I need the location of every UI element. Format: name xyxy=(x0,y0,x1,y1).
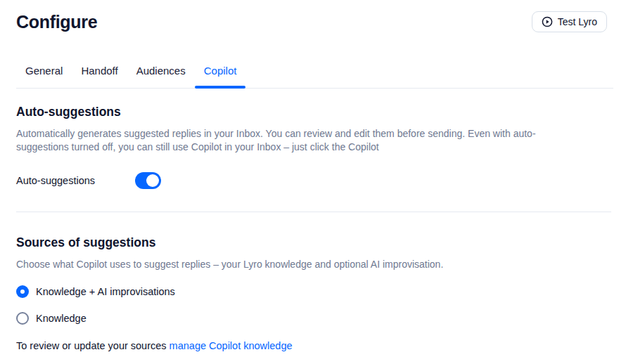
tab-bar: General Handoff Audiences Copilot xyxy=(16,63,613,89)
play-circle-icon xyxy=(542,16,553,27)
auto-suggestions-section: Auto-suggestions Automatically generates… xyxy=(0,105,626,189)
tab-audiences[interactable]: Audiences xyxy=(127,63,195,88)
page-header: Configure Test Lyro xyxy=(0,0,626,32)
toggle-knob xyxy=(146,174,159,187)
radio-button-icon[interactable] xyxy=(16,312,29,325)
test-lyro-label: Test Lyro xyxy=(558,16,597,27)
sources-heading: Sources of suggestions xyxy=(16,235,610,250)
auto-suggestions-toggle[interactable] xyxy=(135,172,161,189)
radio-option-knowledge-ai[interactable]: Knowledge + AI improvisations xyxy=(16,285,610,298)
radio-button-icon[interactable] xyxy=(16,285,29,298)
page-title: Configure xyxy=(16,12,97,32)
section-divider xyxy=(16,212,611,212)
sources-footer: To review or update your sources manage … xyxy=(16,340,610,351)
auto-suggestions-description: Automatically generates suggested replie… xyxy=(16,127,545,153)
tab-copilot[interactable]: Copilot xyxy=(195,63,246,88)
configure-page: Configure Test Lyro General Handoff Audi… xyxy=(0,0,626,364)
auto-suggestions-toggle-label: Auto-suggestions xyxy=(16,175,135,186)
radio-option-knowledge[interactable]: Knowledge xyxy=(16,312,610,325)
radio-option-label: Knowledge xyxy=(36,313,87,324)
sources-description: Choose what Copilot uses to suggest repl… xyxy=(16,258,545,271)
sources-section: Sources of suggestions Choose what Copil… xyxy=(0,235,626,351)
auto-suggestions-toggle-row: Auto-suggestions xyxy=(16,172,610,189)
sources-footer-text: To review or update your sources xyxy=(16,340,167,351)
test-lyro-button[interactable]: Test Lyro xyxy=(532,11,607,32)
sources-radio-group: Knowledge + AI improvisations Knowledge xyxy=(16,285,610,325)
tab-general[interactable]: General xyxy=(16,63,72,88)
auto-suggestions-heading: Auto-suggestions xyxy=(16,105,610,119)
manage-copilot-knowledge-link[interactable]: manage Copilot knowledge xyxy=(170,340,293,351)
tab-handoff[interactable]: Handoff xyxy=(72,63,127,88)
radio-option-label: Knowledge + AI improvisations xyxy=(36,286,175,297)
